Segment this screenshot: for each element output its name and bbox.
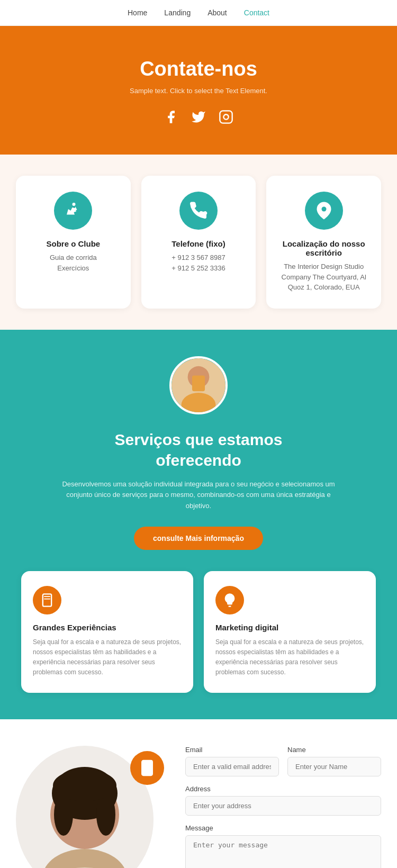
email-label: Email xyxy=(185,746,279,754)
info-card-club: Sobre o Clube Guia de corridaExercícios xyxy=(16,176,131,309)
instagram-icon[interactable] xyxy=(219,110,233,128)
contact-form: Email Name Address Message ENVIAR Imagen… xyxy=(185,746,381,868)
nav-home[interactable]: Home xyxy=(128,8,147,17)
services-avatar xyxy=(169,356,228,414)
facebook-icon[interactable] xyxy=(164,110,178,128)
message-group: Message xyxy=(185,824,381,868)
service-card-experiences-body: Seja qual for a escala e a natureza de s… xyxy=(33,637,182,678)
svg-point-11 xyxy=(147,771,148,772)
info-cards-container: Sobre o Clube Guia de corridaExercícios … xyxy=(16,176,381,309)
email-input[interactable] xyxy=(185,757,279,776)
services-section: Serviços que estamos oferecendo Desenvol… xyxy=(0,330,397,719)
services-button[interactable]: consulte Mais informação xyxy=(134,527,263,550)
nav-landing[interactable]: Landing xyxy=(164,8,191,17)
services-heading: Serviços que estamos oferecendo xyxy=(21,429,376,471)
service-card-experiences: Grandes Experiências Seja qual for a esc… xyxy=(21,571,193,693)
info-card-phone: Telefone (fixo) + 912 3 567 8987+ 912 5 … xyxy=(141,176,256,309)
address-label: Address xyxy=(185,785,381,793)
hero-subtitle: Sample text. Click to select the Text El… xyxy=(21,87,376,95)
svg-point-18 xyxy=(53,770,116,801)
info-section: Sobre o Clube Guia de corridaExercícios … xyxy=(0,155,397,330)
name-label: Name xyxy=(287,746,381,754)
location-icon xyxy=(305,192,343,230)
service-cards-container: Grandes Experiências Seja qual for a esc… xyxy=(21,571,376,693)
service-card-marketing-body: Seja qual for a escala e a natureza de s… xyxy=(215,637,364,678)
info-card-club-body: Guia de corridaExercícios xyxy=(26,252,120,273)
phone-badge-icon xyxy=(130,751,164,785)
contact-image-area xyxy=(16,746,169,868)
svg-point-2 xyxy=(73,203,76,206)
message-textarea[interactable] xyxy=(185,835,381,868)
name-group: Name xyxy=(287,746,381,776)
svg-point-3 xyxy=(321,207,326,212)
info-card-location-title: Localização do nosso escritório xyxy=(277,239,371,257)
mobile-icon xyxy=(33,586,61,614)
services-description: Desenvolvemos uma solução individual int… xyxy=(61,479,336,512)
twitter-icon[interactable] xyxy=(191,110,206,128)
phone-icon xyxy=(179,192,218,230)
svg-rect-0 xyxy=(220,111,232,123)
bulb-icon xyxy=(215,586,244,614)
info-card-location-body: The Interior Design Studio Company The C… xyxy=(277,261,371,293)
nav-about[interactable]: About xyxy=(207,8,227,17)
form-row-email-name: Email Name xyxy=(185,746,381,776)
email-group: Email xyxy=(185,746,279,776)
info-card-location: Localização do nosso escritório The Inte… xyxy=(266,176,381,309)
hero-section: Contate-nos Sample text. Click to select… xyxy=(0,26,397,155)
service-card-experiences-title: Grandes Experiências xyxy=(33,623,182,632)
contact-section: Email Name Address Message ENVIAR Imagen… xyxy=(0,719,397,868)
address-input[interactable] xyxy=(185,796,381,816)
message-label: Message xyxy=(185,824,381,832)
svg-point-17 xyxy=(96,793,115,836)
address-group: Address xyxy=(185,785,381,816)
nav-contact[interactable]: Contact xyxy=(244,8,269,17)
runner-icon xyxy=(54,192,92,230)
info-card-club-title: Sobre o Clube xyxy=(26,239,120,248)
svg-rect-7 xyxy=(192,375,205,391)
name-input[interactable] xyxy=(287,757,381,776)
main-nav: Home Landing About Contact xyxy=(0,0,397,26)
hero-title: Contate-nos xyxy=(21,58,376,80)
info-card-phone-body: + 912 3 567 8987+ 912 5 252 3336 xyxy=(152,252,246,273)
svg-point-16 xyxy=(54,793,73,836)
social-icons xyxy=(21,110,376,128)
service-card-marketing: Marketing digital Seja qual for a escala… xyxy=(204,571,376,693)
service-card-marketing-title: Marketing digital xyxy=(215,623,364,632)
info-card-phone-title: Telefone (fixo) xyxy=(152,239,246,248)
